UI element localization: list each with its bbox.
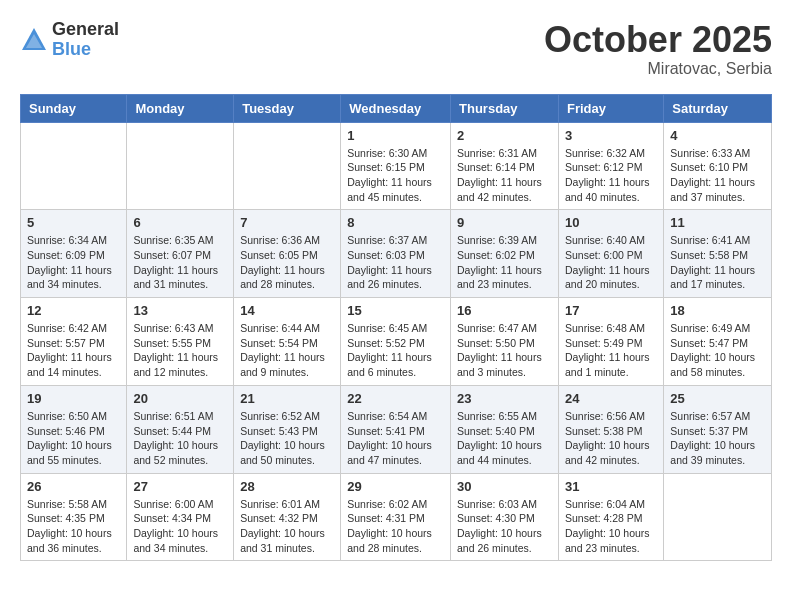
day-number: 13 [133,303,227,318]
day-info: Sunrise: 6:01 AM Sunset: 4:32 PM Dayligh… [240,497,334,556]
weekday-header-monday: Monday [127,94,234,122]
day-number: 17 [565,303,657,318]
day-info: Sunrise: 6:40 AM Sunset: 6:00 PM Dayligh… [565,233,657,292]
calendar-cell: 23Sunrise: 6:55 AM Sunset: 5:40 PM Dayli… [451,385,559,473]
day-number: 10 [565,215,657,230]
day-number: 29 [347,479,444,494]
calendar-cell: 19Sunrise: 6:50 AM Sunset: 5:46 PM Dayli… [21,385,127,473]
calendar-cell: 9Sunrise: 6:39 AM Sunset: 6:02 PM Daylig… [451,210,559,298]
calendar-cell: 22Sunrise: 6:54 AM Sunset: 5:41 PM Dayli… [341,385,451,473]
weekday-header-tuesday: Tuesday [234,94,341,122]
calendar-cell: 29Sunrise: 6:02 AM Sunset: 4:31 PM Dayli… [341,473,451,561]
day-info: Sunrise: 6:41 AM Sunset: 5:58 PM Dayligh… [670,233,765,292]
day-number: 4 [670,128,765,143]
day-number: 14 [240,303,334,318]
day-info: Sunrise: 6:34 AM Sunset: 6:09 PM Dayligh… [27,233,120,292]
calendar-cell: 8Sunrise: 6:37 AM Sunset: 6:03 PM Daylig… [341,210,451,298]
week-row-2: 5Sunrise: 6:34 AM Sunset: 6:09 PM Daylig… [21,210,772,298]
weekday-header-sunday: Sunday [21,94,127,122]
day-info: Sunrise: 6:30 AM Sunset: 6:15 PM Dayligh… [347,146,444,205]
day-number: 12 [27,303,120,318]
day-info: Sunrise: 6:55 AM Sunset: 5:40 PM Dayligh… [457,409,552,468]
calendar-cell [234,122,341,210]
day-info: Sunrise: 6:04 AM Sunset: 4:28 PM Dayligh… [565,497,657,556]
weekday-header-thursday: Thursday [451,94,559,122]
day-number: 26 [27,479,120,494]
day-number: 9 [457,215,552,230]
day-number: 5 [27,215,120,230]
week-row-5: 26Sunrise: 5:58 AM Sunset: 4:35 PM Dayli… [21,473,772,561]
day-info: Sunrise: 6:54 AM Sunset: 5:41 PM Dayligh… [347,409,444,468]
calendar-cell: 14Sunrise: 6:44 AM Sunset: 5:54 PM Dayli… [234,298,341,386]
day-number: 22 [347,391,444,406]
day-info: Sunrise: 5:58 AM Sunset: 4:35 PM Dayligh… [27,497,120,556]
calendar-cell: 18Sunrise: 6:49 AM Sunset: 5:47 PM Dayli… [664,298,772,386]
calendar-cell: 15Sunrise: 6:45 AM Sunset: 5:52 PM Dayli… [341,298,451,386]
day-number: 20 [133,391,227,406]
calendar-cell: 12Sunrise: 6:42 AM Sunset: 5:57 PM Dayli… [21,298,127,386]
day-info: Sunrise: 6:31 AM Sunset: 6:14 PM Dayligh… [457,146,552,205]
calendar-cell: 28Sunrise: 6:01 AM Sunset: 4:32 PM Dayli… [234,473,341,561]
day-info: Sunrise: 6:33 AM Sunset: 6:10 PM Dayligh… [670,146,765,205]
logo-text: General Blue [52,20,119,60]
logo-icon [20,26,48,54]
day-info: Sunrise: 6:43 AM Sunset: 5:55 PM Dayligh… [133,321,227,380]
day-info: Sunrise: 6:39 AM Sunset: 6:02 PM Dayligh… [457,233,552,292]
day-info: Sunrise: 6:03 AM Sunset: 4:30 PM Dayligh… [457,497,552,556]
day-info: Sunrise: 6:02 AM Sunset: 4:31 PM Dayligh… [347,497,444,556]
day-number: 21 [240,391,334,406]
calendar-cell: 21Sunrise: 6:52 AM Sunset: 5:43 PM Dayli… [234,385,341,473]
day-info: Sunrise: 6:56 AM Sunset: 5:38 PM Dayligh… [565,409,657,468]
calendar-cell: 4Sunrise: 6:33 AM Sunset: 6:10 PM Daylig… [664,122,772,210]
day-number: 28 [240,479,334,494]
day-number: 18 [670,303,765,318]
logo-general: General [52,20,119,40]
day-info: Sunrise: 6:48 AM Sunset: 5:49 PM Dayligh… [565,321,657,380]
calendar-cell [21,122,127,210]
weekday-header-row: SundayMondayTuesdayWednesdayThursdayFrid… [21,94,772,122]
calendar-cell [664,473,772,561]
day-number: 3 [565,128,657,143]
calendar-cell: 25Sunrise: 6:57 AM Sunset: 5:37 PM Dayli… [664,385,772,473]
calendar-table: SundayMondayTuesdayWednesdayThursdayFrid… [20,94,772,562]
day-number: 1 [347,128,444,143]
day-info: Sunrise: 6:57 AM Sunset: 5:37 PM Dayligh… [670,409,765,468]
calendar-cell: 13Sunrise: 6:43 AM Sunset: 5:55 PM Dayli… [127,298,234,386]
logo-blue: Blue [52,40,119,60]
page-header: General Blue October 2025 Miratovac, Ser… [20,20,772,78]
day-number: 7 [240,215,334,230]
weekday-header-friday: Friday [558,94,663,122]
calendar-cell: 5Sunrise: 6:34 AM Sunset: 6:09 PM Daylig… [21,210,127,298]
day-number: 16 [457,303,552,318]
day-info: Sunrise: 6:47 AM Sunset: 5:50 PM Dayligh… [457,321,552,380]
calendar-cell: 3Sunrise: 6:32 AM Sunset: 6:12 PM Daylig… [558,122,663,210]
day-info: Sunrise: 6:49 AM Sunset: 5:47 PM Dayligh… [670,321,765,380]
month-title: October 2025 [544,20,772,60]
day-number: 30 [457,479,552,494]
location: Miratovac, Serbia [544,60,772,78]
day-info: Sunrise: 6:50 AM Sunset: 5:46 PM Dayligh… [27,409,120,468]
day-info: Sunrise: 6:37 AM Sunset: 6:03 PM Dayligh… [347,233,444,292]
day-info: Sunrise: 6:52 AM Sunset: 5:43 PM Dayligh… [240,409,334,468]
day-info: Sunrise: 6:32 AM Sunset: 6:12 PM Dayligh… [565,146,657,205]
day-number: 31 [565,479,657,494]
calendar-cell: 11Sunrise: 6:41 AM Sunset: 5:58 PM Dayli… [664,210,772,298]
day-info: Sunrise: 6:42 AM Sunset: 5:57 PM Dayligh… [27,321,120,380]
day-number: 11 [670,215,765,230]
day-number: 25 [670,391,765,406]
calendar-cell: 31Sunrise: 6:04 AM Sunset: 4:28 PM Dayli… [558,473,663,561]
title-section: October 2025 Miratovac, Serbia [544,20,772,78]
calendar-cell: 16Sunrise: 6:47 AM Sunset: 5:50 PM Dayli… [451,298,559,386]
week-row-1: 1Sunrise: 6:30 AM Sunset: 6:15 PM Daylig… [21,122,772,210]
calendar-cell: 27Sunrise: 6:00 AM Sunset: 4:34 PM Dayli… [127,473,234,561]
day-number: 19 [27,391,120,406]
week-row-3: 12Sunrise: 6:42 AM Sunset: 5:57 PM Dayli… [21,298,772,386]
day-info: Sunrise: 6:51 AM Sunset: 5:44 PM Dayligh… [133,409,227,468]
day-number: 6 [133,215,227,230]
day-number: 2 [457,128,552,143]
calendar-cell: 2Sunrise: 6:31 AM Sunset: 6:14 PM Daylig… [451,122,559,210]
logo: General Blue [20,20,119,60]
day-info: Sunrise: 6:35 AM Sunset: 6:07 PM Dayligh… [133,233,227,292]
calendar-cell: 1Sunrise: 6:30 AM Sunset: 6:15 PM Daylig… [341,122,451,210]
calendar-cell: 17Sunrise: 6:48 AM Sunset: 5:49 PM Dayli… [558,298,663,386]
